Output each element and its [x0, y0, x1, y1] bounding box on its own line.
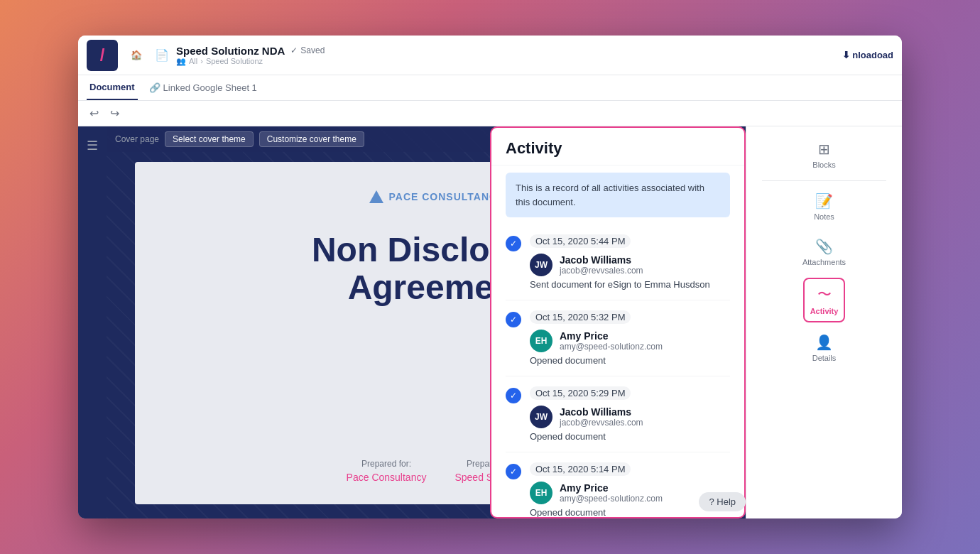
- tabs-row: Document 🔗 Linked Google Sheet 1: [78, 75, 902, 101]
- app-window: / 🏠 📄 Speed Solutionz NDA ✓ Saved 👥 All …: [78, 36, 902, 518]
- logo-triangle-icon: [369, 190, 383, 203]
- saved-badge: ✓ Saved: [290, 45, 325, 55]
- activity-user-email: jacob@revvsales.com: [560, 418, 643, 428]
- attachments-panel-button[interactable]: 📎 Attachments: [797, 232, 851, 272]
- details-icon: 👤: [815, 334, 833, 351]
- activity-list: ✓ Oct 15, 2020 5:44 PM JW Jacob Williams…: [491, 224, 744, 517]
- activity-action: Opened document: [530, 507, 730, 517]
- right-panel: ⊞ Blocks 📝 Notes 📎 Attachments 〜 Activit…: [746, 126, 902, 518]
- breadcrumb-icon: 👥: [176, 57, 186, 66]
- activity-time: Oct 15, 2020 5:32 PM: [530, 310, 631, 324]
- activity-user-row: JW Jacob Williams jacob@revvsales.com: [530, 254, 730, 276]
- company-logo: PACE CONSULTANCY: [369, 190, 505, 203]
- activity-action: Sent document for eSign to Emma Husdson: [530, 279, 730, 290]
- link-icon: 🔗: [149, 82, 160, 93]
- breadcrumb: 👥 All › Speed Solutionz: [176, 57, 835, 66]
- activity-action: Opened document: [530, 431, 730, 442]
- tab-document[interactable]: Document: [87, 75, 138, 100]
- download-button[interactable]: ⬇ nloadoad: [842, 50, 893, 60]
- activity-check-icon: ✓: [506, 388, 521, 403]
- doc-title-area: Speed Solutionz NDA ✓ Saved 👥 All › Spee…: [176, 45, 835, 66]
- activity-check-icon: ✓: [506, 236, 521, 251]
- notes-icon: 📝: [815, 192, 833, 210]
- blocks-panel-button[interactable]: ⊞ Blocks: [807, 135, 841, 175]
- activity-content: Oct 15, 2020 5:32 PM EH Amy Price amy@sp…: [530, 310, 730, 366]
- activity-user-email: amy@speed-solutionz.com: [560, 494, 663, 504]
- doc-title: Speed Solutionz NDA: [176, 45, 285, 57]
- activity-user-info: Jacob Williams jacob@revvsales.com: [560, 254, 643, 276]
- activity-user-name: Amy Price: [560, 330, 663, 342]
- activity-user-info: Jacob Williams jacob@revvsales.com: [560, 406, 643, 428]
- top-bar: / 🏠 📄 Speed Solutionz NDA ✓ Saved 👥 All …: [78, 36, 902, 75]
- activity-item: ✓ Oct 15, 2020 5:44 PM JW Jacob Williams…: [506, 224, 730, 300]
- select-cover-theme-button[interactable]: Select cover theme: [165, 131, 254, 147]
- home-nav[interactable]: 🏠: [125, 47, 148, 63]
- help-button[interactable]: ? Help: [699, 492, 746, 511]
- avatar: EH: [530, 330, 552, 352]
- page-list-icon[interactable]: ☰: [87, 138, 98, 153]
- blocks-icon: ⊞: [818, 141, 830, 158]
- activity-user-name: Jacob Williams: [560, 406, 643, 418]
- activity-panel: Activity This is a record of all activit…: [490, 126, 746, 518]
- blocks-label: Blocks: [812, 161, 835, 169]
- doc-icon: 📄: [155, 48, 169, 62]
- company-name: PACE CONSULTANCY: [389, 191, 505, 202]
- attachments-label: Attachments: [802, 258, 846, 266]
- notes-label: Notes: [814, 212, 834, 221]
- avatar: JW: [530, 254, 552, 276]
- activity-content: Oct 15, 2020 5:29 PM JW Jacob Williams j…: [530, 386, 730, 442]
- tab-linked-sheet[interactable]: 🔗 Linked Google Sheet 1: [149, 82, 257, 93]
- activity-check-icon: ✓: [506, 464, 521, 479]
- activity-time: Oct 15, 2020 5:14 PM: [530, 462, 631, 476]
- activity-item: ✓ Oct 15, 2020 5:14 PM EH Amy Price amy@…: [506, 452, 730, 517]
- prepared-for-value: Pace Consultancy: [347, 472, 427, 483]
- activity-content: Oct 15, 2020 5:44 PM JW Jacob Williams j…: [530, 234, 730, 290]
- doc-sidebar-left: ☰: [78, 126, 107, 518]
- activity-time: Oct 15, 2020 5:29 PM: [530, 386, 631, 400]
- activity-user-name: Amy Price: [560, 482, 663, 494]
- app-logo: /: [87, 40, 118, 71]
- activity-content: Oct 15, 2020 5:14 PM EH Amy Price amy@sp…: [530, 462, 730, 517]
- main-area: ☰ Cover page Select cover theme Customiz…: [78, 126, 902, 518]
- activity-title: Activity: [506, 139, 730, 158]
- activity-panel-button[interactable]: 〜 Activity: [803, 278, 846, 322]
- panel-divider: [762, 180, 886, 181]
- activity-icon: 〜: [817, 285, 832, 304]
- activity-user-row: JW Jacob Williams jacob@revvsales.com: [530, 406, 730, 428]
- activity-user-row: EH Amy Price amy@speed-solutionz.com: [530, 330, 730, 352]
- attachments-icon: 📎: [815, 238, 833, 255]
- activity-check-icon: ✓: [506, 312, 521, 327]
- activity-user-email: jacob@revvsales.com: [560, 266, 643, 276]
- activity-user-email: amy@speed-solutionz.com: [560, 342, 663, 352]
- prepared-for-label: Prepared for:: [347, 459, 427, 469]
- check-icon: ✓: [290, 45, 298, 55]
- activity-user-info: Amy Price amy@speed-solutionz.com: [560, 482, 663, 504]
- home-icon: 🏠: [131, 50, 142, 60]
- activity-info-box: This is a record of all activities assoc…: [506, 173, 730, 217]
- cover-page-label: Cover page: [115, 134, 159, 144]
- activity-label: Activity: [810, 307, 839, 315]
- activity-user-name: Jacob Williams: [560, 254, 643, 266]
- redo-button[interactable]: ↪: [107, 104, 122, 123]
- activity-user-info: Amy Price amy@speed-solutionz.com: [560, 330, 663, 352]
- undo-button[interactable]: ↩: [87, 104, 102, 123]
- details-panel-button[interactable]: 👤 Details: [807, 328, 842, 368]
- notes-panel-button[interactable]: 📝 Notes: [808, 187, 840, 227]
- activity-item: ✓ Oct 15, 2020 5:29 PM JW Jacob Williams…: [506, 376, 730, 452]
- activity-action: Opened document: [530, 355, 730, 366]
- prepared-for-item: Prepared for: Pace Consultancy: [347, 459, 427, 483]
- customize-cover-theme-button[interactable]: Customize cover theme: [259, 131, 364, 147]
- activity-header: Activity: [491, 128, 744, 165]
- avatar: EH: [530, 482, 552, 504]
- details-label: Details: [812, 354, 837, 362]
- activity-item: ✓ Oct 15, 2020 5:32 PM EH Amy Price amy@…: [506, 300, 730, 376]
- activity-time: Oct 15, 2020 5:44 PM: [530, 234, 631, 248]
- toolbar-row: ↩ ↪: [78, 101, 902, 126]
- avatar: JW: [530, 406, 552, 428]
